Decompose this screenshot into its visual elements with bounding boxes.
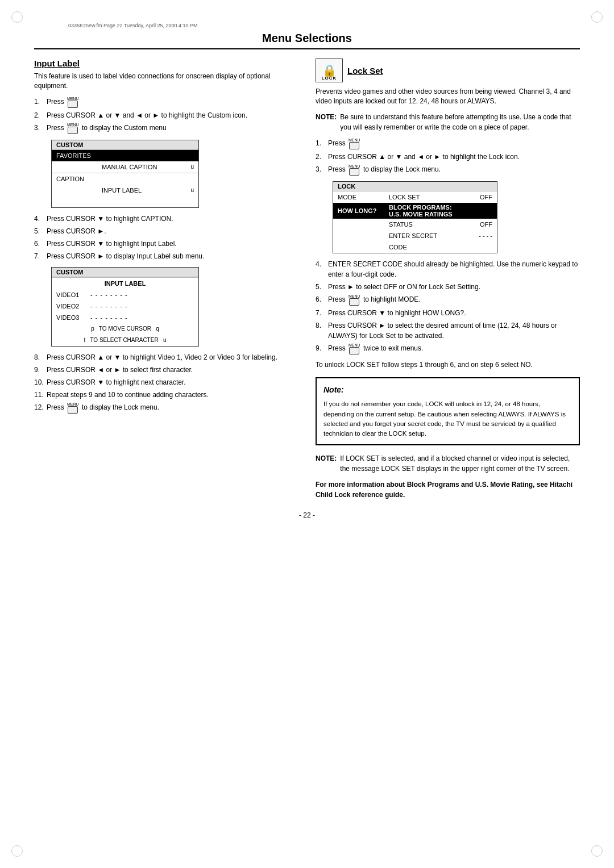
lock-enter-secret-row: ENTER SECRET - - - - [333,230,497,241]
menu-button-step1[interactable]: MENU [67,97,79,108]
input-label-heading: Input Label [34,59,298,68]
video1-row: VIDEO1 - - - - - - - - [52,289,198,301]
note-title: Note: [323,384,572,396]
lock-step-5: 5. Press ► to select OFF or ON for Lock … [316,282,580,292]
move-cursor-row: p TO MOVE CURSOR q [52,323,198,335]
step-4: 4. Press CURSOR ▼ to highlight CAPTION. [34,214,298,224]
menu-button-lock-step6[interactable]: MENU [349,294,360,306]
video3-row: VIDEO3 - - - - - - - - [52,312,198,323]
unlock-note: To unlock LOCK SET follow steps 1 throug… [316,360,580,370]
lock-step-7: 7. Press CURSOR ▼ to highlight HOW LONG?… [316,308,580,318]
file-info: 0335E2new.fm Page 22 Tuesday, April 25, … [68,23,580,28]
custom-menu-box: CUSTOM FAVORITES MANUAL CAPTION u CAPTIO… [51,140,199,208]
step-1: 1. Press MENU [34,97,298,108]
corner-mark-tl [11,11,23,23]
bottom-note: NOTE: If LOCK SET is selected, and if a … [316,453,580,474]
step-6: 6. Press CURSOR ▼ to highlight Input Lab… [34,239,298,249]
page-number: - 22 - [34,511,580,519]
lock-step-8: 8. Press CURSOR ► to select the desired … [316,320,580,341]
two-column-layout: Input Label This feature is used to labe… [34,59,580,500]
menu-button-lock-step3[interactable]: MENU [349,164,360,176]
manual-caption-row: MANUAL CAPTION u [52,161,198,173]
input-label-intro: This feature is used to label video conn… [34,72,298,91]
lock-section-title: Lock Set [347,66,383,76]
lock-word: LOCK [316,76,342,81]
caption-row: CAPTION [52,173,198,185]
page-title: Menu Selections [34,32,580,49]
steps-8-12: 8. Press CURSOR ▲ or ▼ to highlight Vide… [34,352,298,414]
custom-menu-header: CUSTOM [52,140,198,150]
corner-mark-bl [11,845,23,857]
note-text: If you do not remember your code, LOCK w… [323,400,566,437]
lock-step-2: 2. Press CURSOR ▲ or ▼ and ◄ or ► to hig… [316,152,580,162]
lock-mode-row: MODE LOCK SET OFF [333,191,497,203]
lock-menu-box: LOCK MODE LOCK SET OFF HOW LONG? BLOCK P… [333,181,497,253]
lock-intro: Prevents video games and other video sou… [316,87,580,106]
step-9: 9. Press CURSOR ◄ or ► to select first c… [34,365,298,375]
lock-how-long-row: HOW LONG? BLOCK PROGRAMS:U.S. MOVIE RATI… [333,203,497,219]
menu-button-lock-step9[interactable]: MENU [349,343,360,354]
step-3: 3. Press MENU to display the Custom menu [34,123,298,134]
input-label-menu-header: CUSTOM [52,268,198,277]
menu-spacer [52,196,198,207]
video2-row: VIDEO2 - - - - - - - - [52,301,198,312]
bottom-bold-note: For more information about Block Program… [316,479,580,500]
input-label-column: Input Label This feature is used to labe… [34,59,298,500]
steps-4-7: 4. Press CURSOR ▼ to highlight CAPTION. … [34,214,298,261]
step-2: 2. Press CURSOR ▲ or ▼ and ◄ or ► to hig… [34,110,298,120]
step-8: 8. Press CURSOR ▲ or ▼ to highlight Vide… [34,352,298,362]
step-11: 11. Repeat steps 9 and 10 to continue ad… [34,390,298,400]
menu-button-lock-step1[interactable]: MENU [349,138,360,149]
input-label-menu-box: CUSTOM INPUT LABEL VIDEO1 - - - - - - - … [51,267,199,347]
lock-step-3: 3. Press MENU to display the Lock menu. [316,164,580,176]
lock-steps-1-3: 1. Press MENU 2. Press CURSOR ▲ or ▼ and… [316,138,580,176]
step-5: 5. Press CURSOR ►. [34,226,298,236]
input-label-title-row: INPUT LABEL [52,278,198,289]
note-box: Note: If you do not remember your code, … [316,377,580,445]
step-12: 12. Press MENU to display the Lock menu. [34,402,298,414]
lock-step-9: 9. Press MENU twice to exit menus. [316,343,580,354]
lock-steps-4-9: 4. ENTER SECRET CODE should already be h… [316,259,580,354]
lock-icon-box: 🔒 LOCK [316,59,343,82]
lock-code-row: CODE [333,241,497,253]
corner-mark-tr [591,11,603,23]
menu-button-step3[interactable]: MENU [67,123,79,134]
select-char-row: t TO SELECT CHARACTER u [52,335,198,346]
lock-column: 🔒 LOCK Lock Set Prevents video games and… [316,59,580,500]
step-7: 7. Press CURSOR ► to display Input Label… [34,251,298,261]
menu-button-step12[interactable]: MENU [67,402,79,414]
favorites-row: FAVORITES [52,150,198,161]
lock-icon-area: 🔒 LOCK Lock Set [316,59,580,82]
input-label-row: INPUT LABEL u [52,185,198,196]
lock-note-inline: NOTE: Be sure to understand this feature… [316,112,580,132]
lock-status-row: STATUS OFF [333,219,497,230]
steps-1-3: 1. Press MENU 2. Press CURSOR ▲ or ▼ and… [34,97,298,134]
step-10: 10. Press CURSOR ▼ to highlight next cha… [34,377,298,387]
page-container: 0335E2new.fm Page 22 Tuesday, April 25, … [0,0,614,868]
lock-step-6: 6. Press MENU to highlight MODE. [316,294,580,306]
lock-menu-header: LOCK [333,182,497,191]
lock-step-4: 4. ENTER SECRET CODE should already be h… [316,259,580,279]
lock-step-1: 1. Press MENU [316,138,580,149]
corner-mark-br [591,845,603,857]
